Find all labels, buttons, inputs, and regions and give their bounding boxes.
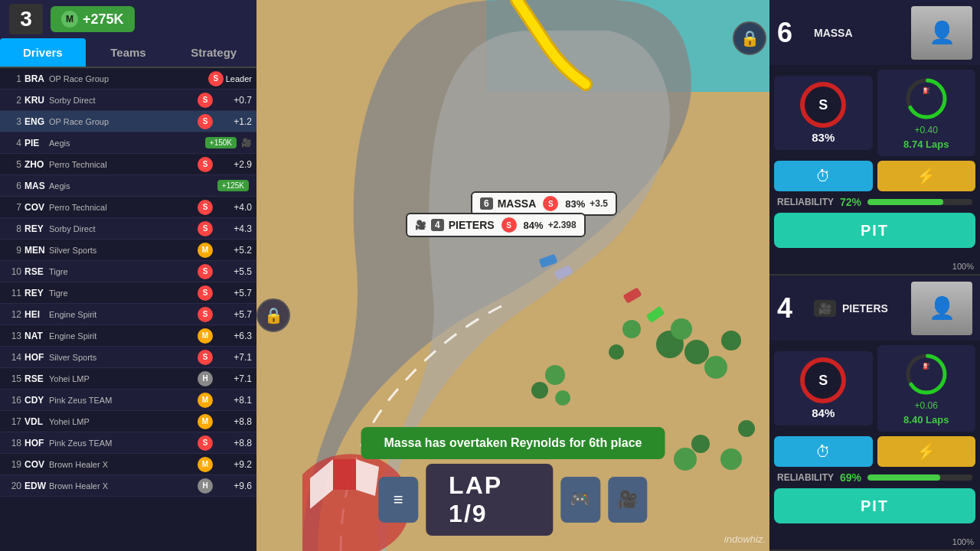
row-gap: +2.9 [215, 159, 252, 170]
race-row-7[interactable]: 7 COV Perro Technical S+4.0 [0, 197, 256, 218]
row-gap: +4.0 [215, 202, 252, 213]
massa-gap: +3.5 [590, 198, 608, 209]
row-bonus: +150K [205, 137, 237, 148]
row-tyre: S [198, 221, 213, 236]
driver-card-header-massa: 6 MASSA 👤 [769, 0, 980, 65]
race-row-18[interactable]: 18 HOF Pink Zeus TEAM S+8.8 [0, 432, 256, 454]
row-tyre: S [198, 264, 213, 279]
pieters-tyre-pct: 84% [524, 220, 544, 231]
lock-overlay-left[interactable]: 🔒 [256, 298, 290, 332]
row-team: Pink Zeus TEAM [49, 439, 195, 448]
pieters-reliability-label: RELIABILITY [777, 472, 834, 483]
pieters-tooltip: 🎥 4 PIETERS S 84% +2.398 [406, 213, 586, 237]
svg-point-14 [531, 382, 548, 399]
massa-tyre-pct-display: 83% [812, 131, 835, 144]
race-row-9[interactable]: 9 MEN Silver Sports M+5.2 [0, 240, 256, 261]
row-tyre: S [198, 93, 213, 108]
row-pos: 20 [5, 481, 21, 491]
massa-tyre-badge: S [543, 196, 558, 211]
svg-point-5 [704, 356, 727, 379]
race-row-2[interactable]: 2 KRU Sorby Direct S+0.7 [0, 90, 256, 111]
race-row-6[interactable]: 6 MAS Aegis +125K [0, 175, 256, 197]
race-row-17[interactable]: 17 VDL Yohei LMP M+8.8 [0, 411, 256, 432]
massa-reliability-pct: 72% [840, 196, 861, 208]
row-gap: +8.8 [215, 416, 252, 427]
pieters-speedometer-btn[interactable]: ⏱ [774, 436, 873, 467]
massa-card-number: 6 [777, 17, 808, 49]
row-code: HEI [24, 309, 49, 320]
tab-bar: Drivers Teams Strategy [0, 38, 256, 68]
row-team: Brown Healer X [49, 481, 195, 491]
row-team: Sorby Direct [49, 96, 195, 105]
row-team: Tigre [49, 289, 195, 298]
svg-point-12 [738, 420, 755, 437]
row-team: Yohei LMP [49, 417, 195, 426]
row-pos: 8 [5, 223, 21, 234]
tab-strategy[interactable]: Strategy [171, 38, 256, 67]
race-row-4[interactable]: 4 PIE Aegis +150K🎥 [0, 132, 256, 154]
massa-speedometer-btn[interactable]: ⏱ [774, 161, 873, 191]
menu-button[interactable]: ≡ [378, 477, 418, 523]
row-gap: +5.2 [215, 245, 252, 256]
row-team: Perro Technical [49, 203, 195, 212]
row-pos: 16 [5, 395, 21, 406]
race-row-3[interactable]: 3 ENG OP Race Group S +1.2 [0, 111, 256, 132]
row-team: Engine Spirit [49, 310, 195, 319]
massa-pit-button[interactable]: PIT [774, 213, 975, 248]
massa-fuel-gauge: ⛽ +0.40 8.74 Laps [877, 70, 976, 156]
tab-drivers[interactable]: Drivers [0, 38, 86, 67]
row-code: HOF [24, 438, 49, 448]
pieters-reliability-pct: 69% [840, 471, 861, 484]
pieters-bolt-btn[interactable]: ⚡ [877, 436, 976, 467]
row-gap: +7.1 [215, 373, 252, 384]
svg-text:⛽: ⛽ [923, 86, 930, 94]
svg-point-15 [555, 390, 570, 406]
race-row-16[interactable]: 16 CDY Pink Zeus TEAM M+8.1 [0, 390, 256, 411]
race-row-14[interactable]: 14 HOF Silver Sports S+7.1 [0, 347, 256, 368]
row-gap: +1.2 [215, 116, 252, 127]
pieters-fuel-arc: ⛽ [903, 351, 949, 397]
race-row-5[interactable]: 5 ZHO Perro Technical S+2.9 [0, 154, 256, 175]
race-row-10[interactable]: 10 RSE Tigre S+5.5 [0, 261, 256, 282]
row-pos: 11 [5, 288, 21, 298]
pieters-avatar: 👤 [911, 282, 972, 335]
race-row-11[interactable]: 11 REY Tigre S+5.7 [0, 282, 256, 304]
race-row-12[interactable]: 12 HEI Engine Spirit S+5.7 [0, 304, 256, 325]
row-gap: +6.3 [215, 331, 252, 341]
massa-reliability-fill [867, 199, 943, 205]
race-row-19[interactable]: 19 COV Brown Healer X M+9.2 [0, 454, 256, 475]
race-row-1[interactable]: 1 BRA OP Race Group SLeader [0, 68, 256, 90]
left-panel: 3 M +275K Drivers Teams Strategy 1 BRA O… [0, 0, 256, 551]
race-row-13[interactable]: 13 NAT Engine Spirit M+6.3 [0, 325, 256, 347]
massa-tyre-s-label: S [818, 97, 828, 113]
massa-name: MASSA [498, 197, 537, 210]
camera-track-button[interactable]: 🎮 [560, 477, 600, 523]
pieters-pit-button[interactable]: PIT [774, 488, 975, 523]
row-gap: +0.7 [215, 95, 252, 106]
row-pos: 3 [5, 116, 21, 127]
row-gap: +7.1 [215, 352, 252, 363]
row-gap: +5.5 [215, 266, 252, 277]
tab-teams[interactable]: Teams [86, 38, 172, 67]
row-tyre: M [198, 328, 213, 344]
row-camera-icon: 🎥 [241, 138, 252, 148]
svg-point-7 [622, 320, 641, 338]
row-team: Yohei LMP [49, 374, 195, 383]
massa-avatar: 👤 [911, 6, 972, 60]
race-row-15[interactable]: 15 RSE Yohei LMP H+7.1 [0, 368, 256, 390]
massa-card-name: MASSA [814, 27, 905, 39]
massa-bolt-btn[interactable]: ⚡ [877, 161, 976, 191]
row-gap: Leader [226, 74, 252, 83]
massa-stats-row1: S 83% ⛽ +0.40 8.74 Laps [774, 70, 975, 156]
race-row-8[interactable]: 8 REY Sorby Direct S+4.3 [0, 218, 256, 240]
row-team: Pink Zeus TEAM [49, 396, 195, 405]
row-code: REY [24, 223, 49, 234]
row-code: MAS [24, 181, 49, 191]
lock-overlay-top-right[interactable]: 🔒 [733, 21, 766, 55]
video-button[interactable]: 🎥 [608, 477, 648, 523]
row-pos: 14 [5, 352, 21, 363]
row-code: REY [24, 288, 49, 298]
row-team: Silver Sports [49, 246, 195, 255]
row-pos: 10 [5, 266, 21, 277]
race-row-20[interactable]: 20 EDW Brown Healer X H+9.6 [0, 475, 256, 497]
